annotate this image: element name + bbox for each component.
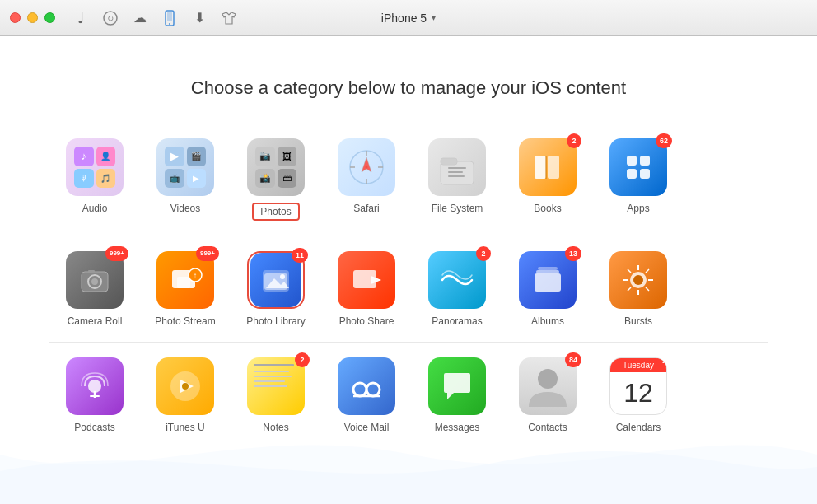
calendars-icon-wrapper: 3 Tuesday 12 [609, 357, 667, 415]
category-albums[interactable]: 13 Albums [502, 245, 593, 334]
category-row-3: Podcasts iTunes U 2 [49, 343, 768, 448]
filesystem-icon-wrapper [428, 138, 486, 196]
category-messages[interactable]: Messages [412, 351, 502, 440]
title-text: iPhone 5 [381, 12, 427, 25]
videos-label: Videos [170, 203, 200, 214]
panoramas-label: Panoramas [432, 315, 482, 327]
category-podcasts[interactable]: Podcasts [49, 351, 140, 440]
download-icon[interactable]: ⬇ [190, 9, 208, 27]
svg-rect-14 [441, 158, 457, 165]
contacts-badge: 84 [565, 352, 581, 367]
category-voicemail[interactable]: Voice Mail [321, 351, 412, 440]
panoramas-badge: 2 [476, 246, 491, 261]
svg-line-49 [646, 269, 649, 273]
audio-icon-wrapper: ♪ 👤 🎙 🎵 [66, 138, 124, 196]
photos-icon-wrapper: 📷 🖼 📸 🗃 [247, 138, 305, 196]
category-audio[interactable]: ♪ 👤 🎙 🎵 Audio [49, 132, 140, 227]
category-apps[interactable]: 62 Apps [593, 132, 684, 227]
svg-rect-29 [88, 270, 95, 273]
svg-point-59 [538, 369, 558, 389]
books-badge: 2 [567, 133, 581, 148]
svg-line-48 [646, 287, 649, 291]
contacts-label: Contacts [528, 422, 567, 433]
music-icon[interactable]: ♩ [72, 9, 90, 27]
notes-label: Notes [263, 422, 288, 433]
messages-icon-wrapper [428, 357, 486, 415]
category-contacts[interactable]: 84 Contacts [502, 351, 593, 440]
page-heading: Choose a category below to manage your i… [0, 36, 817, 99]
svg-rect-23 [627, 169, 637, 179]
audio-label: Audio [82, 203, 108, 214]
svg-marker-11 [362, 157, 371, 172]
podcasts-icon-wrapper [66, 357, 124, 415]
category-bursts[interactable]: Bursts [593, 245, 684, 334]
cameraroll-label: Camera Roll [68, 315, 123, 327]
category-calendars[interactable]: 3 Tuesday 12 Calendars [593, 351, 684, 440]
title-bar: ♩ ↻ ☁ ⬇ iPhone 5 ▾ [0, 0, 817, 36]
category-books[interactable]: 2 Books [502, 132, 593, 227]
minimize-button[interactable] [27, 12, 38, 23]
voicemail-label: Voice Mail [344, 422, 390, 433]
window-title[interactable]: iPhone 5 ▾ [381, 12, 436, 25]
videos-icon-wrapper: ▶ 🎬 📺 ▶ [156, 138, 214, 196]
sync-icon[interactable]: ↻ [101, 9, 119, 27]
cameraroll-badge: 999+ [105, 246, 128, 261]
svg-point-51 [88, 380, 101, 393]
notes-icon-wrapper: 2 [247, 357, 305, 415]
albums-icon-wrapper: 13 [519, 251, 577, 309]
calendars-label: Calendars [616, 422, 661, 433]
svg-rect-17 [448, 175, 465, 177]
maximize-button[interactable] [44, 12, 55, 23]
category-notes[interactable]: 2 Notes [231, 351, 321, 440]
svg-rect-16 [448, 171, 463, 173]
svg-rect-39 [536, 270, 559, 273]
bursts-icon-wrapper [609, 251, 667, 309]
svg-rect-15 [448, 167, 466, 169]
voicemail-icon-wrapper [338, 357, 395, 415]
category-safari[interactable]: Safari [321, 132, 412, 227]
apps-label: Apps [627, 203, 649, 214]
category-photoshare[interactable]: Photo Share [321, 245, 412, 334]
category-grid: ♪ 👤 🎙 🎵 Audio ▶ 🎬 📺 ▶ [0, 124, 817, 448]
category-panoramas[interactable]: 2 Panoramas [412, 245, 502, 334]
category-photostream[interactable]: 999+ ↑ Photo Stream [140, 245, 231, 334]
svg-point-42 [633, 275, 643, 285]
photostream-icon-wrapper: 999+ ↑ [156, 251, 214, 309]
category-photos[interactable]: 📷 🖼 📸 🗃 Photos [231, 132, 321, 227]
category-itunes[interactable]: iTunes U [140, 351, 231, 440]
photoshare-label: Photo Share [339, 315, 394, 327]
svg-text:↑: ↑ [194, 271, 198, 280]
close-button[interactable] [10, 12, 21, 23]
svg-rect-18 [535, 156, 546, 179]
podcasts-label: Podcasts [74, 422, 114, 433]
safari-label: Safari [353, 203, 379, 214]
svg-rect-19 [548, 156, 559, 179]
category-cameraroll[interactable]: 999+ Camera Roll [49, 245, 140, 334]
category-photolibrary[interactable]: 11 Photo Library [231, 245, 321, 334]
svg-line-50 [628, 287, 631, 291]
svg-point-4 [169, 23, 170, 25]
svg-rect-31 [177, 277, 190, 288]
title-chevron: ▾ [432, 13, 436, 22]
svg-rect-21 [627, 156, 637, 166]
notes-badge: 2 [295, 352, 310, 367]
svg-rect-22 [640, 156, 650, 166]
svg-line-47 [628, 269, 631, 273]
cloud-icon[interactable]: ☁ [131, 9, 149, 27]
category-videos[interactable]: ▶ 🎬 📺 ▶ Videos [140, 132, 231, 227]
main-content: Choose a category below to manage your i… [0, 36, 817, 504]
cameraroll-icon-wrapper: 999+ [66, 251, 124, 309]
books-label: Books [534, 203, 561, 214]
svg-rect-3 [167, 12, 172, 21]
tshirt-icon[interactable] [220, 9, 238, 27]
safari-icon-wrapper [338, 138, 395, 196]
photostream-label: Photo Stream [155, 315, 215, 327]
svg-point-56 [353, 383, 366, 396]
photolibrary-label: Photo Library [246, 315, 305, 327]
category-filesystem[interactable]: File System [412, 132, 502, 227]
svg-rect-24 [640, 169, 650, 179]
iphone-icon[interactable] [161, 9, 179, 27]
albums-label: Albums [531, 315, 564, 327]
category-row-2: 999+ Camera Roll 999+ [49, 236, 768, 343]
books-icon-wrapper: 2 [519, 138, 577, 196]
